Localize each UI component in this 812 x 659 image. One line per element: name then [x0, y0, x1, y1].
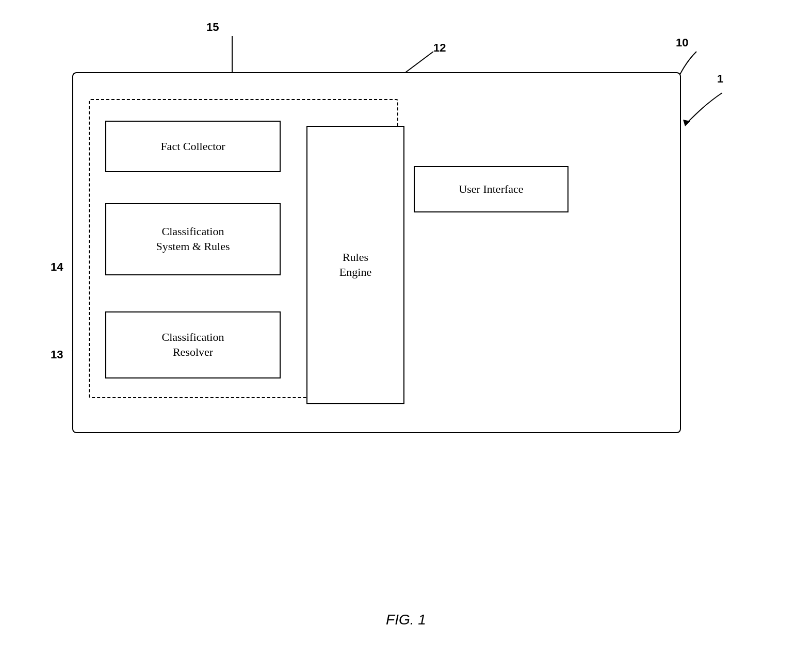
rules-engine-box: RulesEngine	[306, 126, 404, 404]
classification-resolver-box: ClassificationResolver	[105, 311, 281, 378]
dashed-inner-box: Fact Collector ClassificationSystem & Ru…	[89, 99, 398, 398]
user-interface-label: User Interface	[459, 182, 523, 197]
ref-15-label: 15	[206, 21, 219, 34]
classification-rules-label: ClassificationSystem & Rules	[156, 224, 230, 254]
fact-collector-label: Fact Collector	[160, 139, 225, 154]
figure-caption: FIG. 1	[386, 612, 426, 628]
ref-12-label: 12	[433, 41, 446, 55]
classification-resolver-label: ClassificationResolver	[162, 330, 224, 359]
outer-box: Fact Collector ClassificationSystem & Ru…	[72, 72, 681, 433]
fact-collector-box: Fact Collector	[105, 121, 281, 172]
classification-rules-box: ClassificationSystem & Rules	[105, 203, 281, 275]
ref-1-label: 1	[717, 72, 723, 86]
ref-14-label: 14	[51, 260, 63, 274]
svg-marker-1	[683, 120, 690, 126]
user-interface-box: User Interface	[414, 166, 569, 212]
rules-engine-label: RulesEngine	[339, 250, 371, 279]
ref-10-label: 10	[676, 36, 688, 50]
ref-13-label: 13	[51, 348, 63, 361]
diagram-area: 15 10 1 12 14 13 23 16 11 Fact Collector…	[41, 31, 753, 598]
